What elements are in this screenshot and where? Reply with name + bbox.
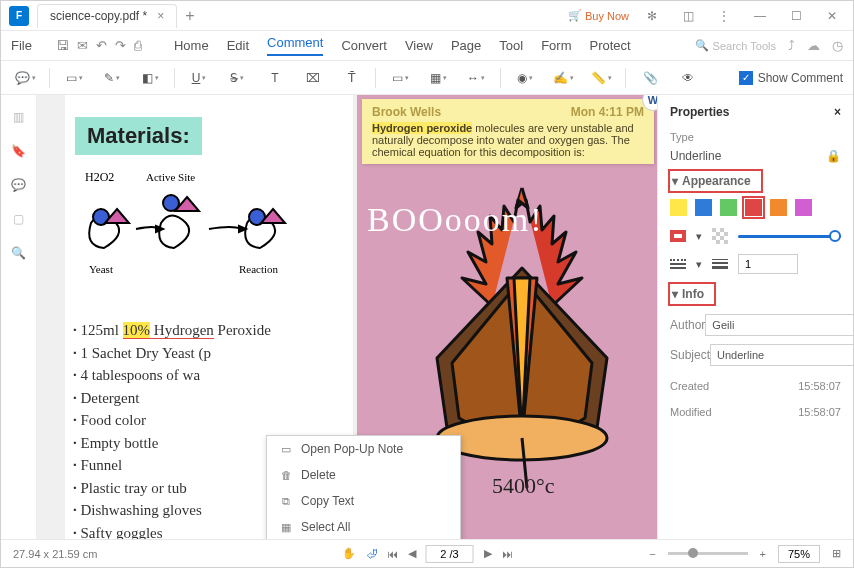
text-callout-tool-icon[interactable]: T̄	[337, 66, 365, 90]
search-tools-input[interactable]: 🔍 Search Tools	[695, 39, 776, 52]
show-comment-toggle[interactable]: ✓ Show Comment	[739, 71, 843, 85]
qat-print-icon[interactable]: ⎙	[134, 38, 142, 53]
page-last-icon[interactable]: ⏭	[502, 548, 513, 560]
page-next-icon[interactable]: ▶	[484, 547, 492, 560]
page-prev-icon[interactable]: ◀	[408, 547, 416, 560]
minimize-icon[interactable]: ―	[747, 6, 773, 26]
area-highlight-tool-icon[interactable]: ▦▾	[424, 66, 452, 90]
menu-tool[interactable]: Tool	[499, 38, 523, 53]
qat-save-icon[interactable]: 🖫	[56, 38, 69, 53]
notifications-icon[interactable]: ◫	[675, 6, 701, 26]
maximize-icon[interactable]: ☐	[783, 6, 809, 26]
cm-select-all[interactable]: ▦Select All	[267, 514, 460, 539]
gift-icon[interactable]: ✻	[639, 6, 665, 26]
menubar: File 🖫 ✉ ↶ ↷ ⎙ Home Edit Comment Convert…	[1, 31, 853, 61]
menu-comment[interactable]: Comment	[267, 35, 323, 56]
page-input[interactable]	[426, 545, 474, 563]
fit-page-icon[interactable]: ⊞	[832, 547, 841, 560]
hand-tool-icon[interactable]: ✋	[342, 547, 356, 560]
word-badge-icon: W	[642, 95, 657, 111]
svg-text:H2O2: H2O2	[85, 170, 114, 184]
hide-comments-icon[interactable]: 👁	[674, 66, 702, 90]
subject-input[interactable]	[710, 344, 854, 366]
opacity-icon[interactable]	[712, 228, 728, 244]
opacity-slider[interactable]	[738, 235, 841, 238]
menu-view[interactable]: View	[405, 38, 433, 53]
menu-form[interactable]: Form	[541, 38, 571, 53]
highlight-tool-icon[interactable]: ▭▾	[60, 66, 88, 90]
cm-copy-text[interactable]: ⧉Copy Text	[267, 488, 460, 514]
document-canvas[interactable]: Materials: H2O2	[37, 95, 657, 539]
more-icon[interactable]: ⋮	[711, 6, 737, 26]
swatch-purple[interactable]	[795, 199, 812, 216]
tab-close-icon[interactable]: ×	[157, 9, 164, 23]
menu-protect[interactable]: Protect	[589, 38, 630, 53]
qat-undo-icon[interactable]: ↶	[96, 38, 107, 53]
swatch-yellow[interactable]	[670, 199, 687, 216]
qat-redo-icon[interactable]: ↷	[115, 38, 126, 53]
cm-delete[interactable]: 🗑Delete	[267, 462, 460, 488]
qat-mail-icon[interactable]: ✉	[77, 38, 88, 53]
info-section-header[interactable]: ▾ Info	[670, 284, 714, 304]
stamp-tool-icon[interactable]: ◉▾	[511, 66, 539, 90]
help-icon[interactable]: ◷	[832, 38, 843, 53]
document-tab[interactable]: science-copy.pdf * ×	[37, 4, 177, 28]
list-item: Food color	[73, 409, 271, 432]
zoom-input[interactable]	[778, 545, 820, 563]
appearance-section-header[interactable]: ▾ Appearance	[670, 171, 761, 191]
thumbnails-icon[interactable]: ▥	[11, 109, 27, 125]
textbox-tool-icon[interactable]: T	[261, 66, 289, 90]
boom-text: BOOooom!	[367, 201, 544, 239]
created-label: Created	[670, 380, 709, 392]
zoom-slider[interactable]	[668, 552, 748, 555]
line-style-icon[interactable]	[670, 259, 686, 269]
page-first-icon[interactable]: ⏮	[387, 548, 398, 560]
menu-convert[interactable]: Convert	[341, 38, 387, 53]
swatch-blue[interactable]	[695, 199, 712, 216]
swatch-green[interactable]	[720, 199, 737, 216]
pencil-tool-icon[interactable]: ✎▾	[98, 66, 126, 90]
border-color-icon[interactable]	[670, 230, 686, 242]
swatch-red[interactable]	[745, 199, 762, 216]
attachment-tool-icon[interactable]: 📎	[636, 66, 664, 90]
svg-text:Yeast: Yeast	[89, 263, 113, 275]
rectangle-tool-icon[interactable]: ▭▾	[386, 66, 414, 90]
underline-tool-icon[interactable]: U▾	[185, 66, 213, 90]
strikethrough-tool-icon[interactable]: S̶▾	[223, 66, 251, 90]
menu-file[interactable]: File	[11, 38, 32, 53]
properties-close-icon[interactable]: ×	[834, 105, 841, 119]
zoom-out-icon[interactable]: −	[649, 548, 655, 560]
search-icon[interactable]: 🔍	[11, 245, 27, 261]
zoom-in-icon[interactable]: +	[760, 548, 766, 560]
author-input[interactable]	[705, 314, 854, 336]
list-item: Funnel	[73, 454, 271, 477]
share-icon[interactable]: ⤴	[788, 38, 795, 53]
buy-now-link[interactable]: 🛒 Buy Now	[568, 9, 629, 22]
close-icon[interactable]: ✕	[819, 6, 845, 26]
select-tool-icon[interactable]: ⮰	[366, 548, 377, 560]
eraser-tool-icon[interactable]: ◧▾	[136, 66, 164, 90]
signature-tool-icon[interactable]: ✍▾	[549, 66, 577, 90]
menu-edit[interactable]: Edit	[227, 38, 249, 53]
note-tool-icon[interactable]: 💬▾	[11, 66, 39, 90]
tab-title: science-copy.pdf *	[50, 9, 147, 23]
fields-icon[interactable]: ▢	[11, 211, 27, 227]
thickness-input[interactable]	[738, 254, 798, 274]
select-all-icon: ▦	[279, 520, 293, 534]
tab-add-icon[interactable]: +	[185, 7, 194, 25]
cloud-icon[interactable]: ☁	[807, 38, 820, 53]
comments-icon[interactable]: 💬	[11, 177, 27, 193]
cm-open-popup[interactable]: ▭Open Pop-Up Note	[267, 436, 460, 462]
callout-tool-icon[interactable]: ⌧	[299, 66, 327, 90]
menu-page[interactable]: Page	[451, 38, 481, 53]
lock-icon[interactable]: 🔒	[826, 149, 841, 163]
line-thickness-icon[interactable]	[712, 259, 728, 269]
materials-heading: Materials:	[75, 117, 202, 155]
svg-marker-6	[156, 226, 163, 232]
menu-home[interactable]: Home	[174, 38, 209, 53]
swatch-orange[interactable]	[770, 199, 787, 216]
line-tool-icon[interactable]: ↔▾	[462, 66, 490, 90]
comment-note[interactable]: W Brook Wells Mon 4:11 PM Hydrogen perox…	[362, 99, 654, 164]
measurements-tool-icon[interactable]: 📏▾	[587, 66, 615, 90]
bookmarks-icon[interactable]: 🔖	[11, 143, 27, 159]
